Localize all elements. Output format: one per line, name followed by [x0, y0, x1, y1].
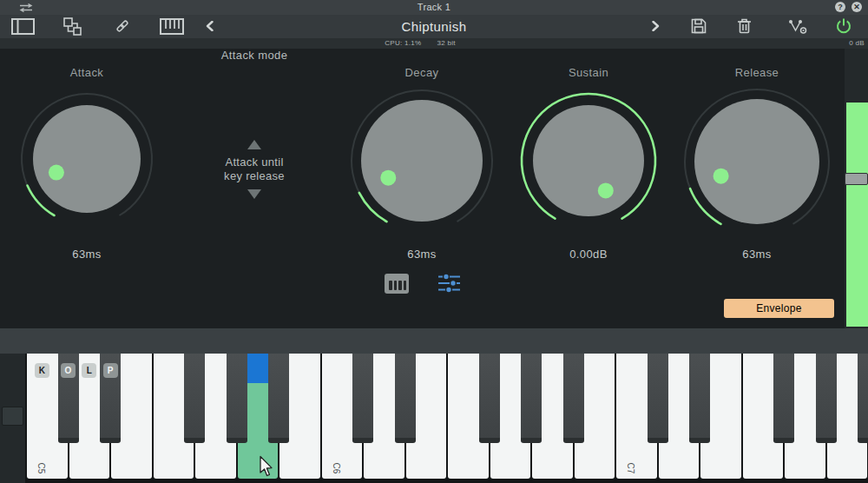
close-icon[interactable]: ✕	[852, 2, 862, 12]
controls-view-button[interactable]	[438, 274, 460, 293]
knob-label-decay: Decay	[352, 66, 491, 79]
window-title-bar: Track 1 ? ✕	[0, 0, 868, 15]
knob-sustain[interactable]	[516, 89, 661, 233]
keyboard-scroll-thumb[interactable]	[2, 407, 23, 426]
knob-decay[interactable]	[346, 85, 497, 236]
key-note-label-C5: C5	[35, 461, 49, 475]
black-key[interactable]	[479, 354, 500, 443]
master-fader-track[interactable]	[845, 49, 868, 328]
knob-label-release: Release	[687, 66, 826, 79]
knob-value-decay: 63ms	[352, 248, 491, 261]
black-key[interactable]	[227, 354, 247, 443]
pressed-key-top-indicator	[247, 354, 269, 383]
black-key[interactable]	[268, 354, 289, 443]
knob-attack[interactable]	[16, 89, 157, 229]
black-key[interactable]	[395, 354, 416, 443]
envelope-tab-button[interactable]: Envelope	[724, 299, 834, 318]
attack-mode-down-arrow[interactable]	[247, 189, 261, 199]
master-fader-level[interactable]	[846, 103, 868, 327]
status-bar: CPU: 1.1% 32 bit 0 dB	[0, 38, 868, 49]
delete-preset-icon[interactable]	[737, 18, 752, 34]
master-fader-handle[interactable]	[845, 173, 868, 185]
key-mapping-badge-O: O	[61, 363, 76, 378]
key-mapping-badge-L: L	[82, 363, 96, 378]
synth-app-window: Track 1 ? ✕	[0, 0, 868, 483]
knob-value-sustain: 0.00dB	[519, 248, 658, 261]
black-key[interactable]	[773, 354, 794, 443]
help-icon[interactable]: ?	[835, 2, 845, 12]
knob-label-sustain: Sustain	[519, 66, 658, 79]
black-key[interactable]	[648, 354, 668, 443]
automation-icon[interactable]	[788, 18, 807, 35]
envelope-panel: Attack mode Attack until key release Env…	[0, 49, 868, 328]
track-title: Track 1	[0, 2, 868, 12]
knob-value-release: 63ms	[687, 248, 826, 261]
key-mapping-badge-P: P	[103, 363, 118, 378]
black-key[interactable]	[184, 354, 205, 443]
plugin-toolbar: Chiptunish	[0, 15, 868, 38]
black-key[interactable]	[816, 354, 837, 443]
attack-mode-value-line1[interactable]: Attack until	[168, 155, 341, 169]
attack-mode-up-arrow[interactable]	[247, 140, 261, 149]
next-preset-icon[interactable]	[652, 21, 660, 31]
black-key[interactable]	[858, 354, 868, 443]
cpu-usage: CPU: 1.1%	[385, 39, 421, 47]
knob-release[interactable]	[680, 84, 834, 239]
key-mapping-badge-K: K	[35, 363, 49, 378]
keyboard-toolbar: Sus 1 Chiptunish Track 1	[0, 328, 868, 354]
black-key[interactable]	[689, 354, 710, 443]
black-key[interactable]	[521, 354, 542, 443]
piano-keyboard[interactable]: C5C6C7KOLP	[0, 354, 868, 483]
keyboard-view-button[interactable]	[385, 274, 409, 294]
bit-depth: 32 bit	[437, 39, 455, 47]
key-note-label-C6: C6	[330, 461, 344, 475]
knob-label-attack: Attack	[17, 66, 156, 79]
save-preset-icon[interactable]	[691, 18, 707, 34]
keyboard-left-panel	[0, 354, 25, 483]
attack-mode-value-line2[interactable]: key release	[168, 169, 341, 182]
mouse-cursor	[257, 455, 273, 478]
master-level: 0 dB	[849, 39, 865, 47]
key-note-label-C7: C7	[624, 461, 638, 475]
black-key[interactable]	[352, 354, 373, 443]
power-icon[interactable]	[835, 17, 852, 35]
black-key[interactable]	[563, 354, 584, 443]
knob-value-attack: 63ms	[17, 248, 156, 261]
attack-mode-title: Attack mode	[168, 49, 341, 62]
